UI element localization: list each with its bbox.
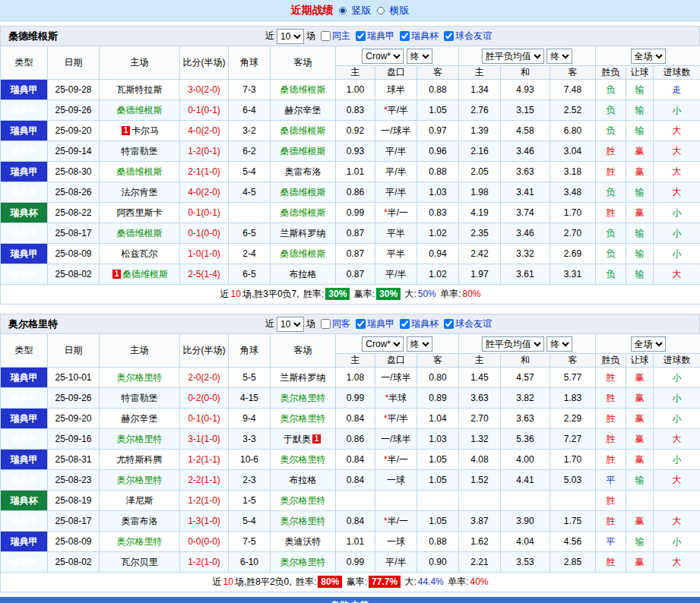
filter-checkbox-same-venue[interactable]: 同主 [318, 30, 350, 43]
vertical-view-radio[interactable] [339, 7, 347, 14]
score[interactable]: 3-0(2-0) [180, 80, 229, 100]
filter-checkbox-friendly[interactable]: 球会友谊 [441, 317, 492, 330]
team-name-link[interactable]: 奥迪沃特 [285, 536, 321, 547]
team-name-link[interactable]: 尤特斯科腾 [117, 454, 163, 465]
filter-checkbox-cup[interactable]: 瑞典杯 [397, 317, 439, 330]
checkbox-input[interactable] [321, 319, 331, 329]
checkbox-input[interactable] [356, 31, 366, 41]
score[interactable]: 2-0(2-0) [180, 368, 229, 388]
team-name-link[interactable]: 于默奥 [283, 434, 311, 444]
scope-select[interactable]: 全场 [631, 336, 666, 352]
europe-odds-select[interactable]: 胜平负均值 [482, 336, 544, 352]
recent-count-select[interactable]: 10 [277, 317, 304, 332]
horizontal-view-label[interactable]: 横版 [390, 4, 410, 17]
team-name-link[interactable]: 瓦斯特拉斯 [117, 84, 163, 95]
sub-goals-result: 进球数 [654, 354, 700, 368]
team-name-link[interactable]: 桑德维根斯 [117, 166, 163, 177]
filter-checkbox-friendly[interactable]: 球会友谊 [441, 30, 492, 43]
team-name-link[interactable]: 卡尔马 [131, 125, 159, 136]
asia-away-odds: 1.05 [417, 450, 459, 470]
team-name-link[interactable]: 兰斯科罗纳 [280, 372, 326, 383]
bookmaker-select[interactable]: Crow* [362, 49, 404, 64]
team-name-link[interactable]: 奥尔格里特 [280, 413, 326, 424]
checkbox-input[interactable] [321, 31, 331, 41]
vertical-view-label[interactable]: 竖版 [352, 4, 372, 17]
checkbox-input[interactable] [356, 319, 366, 329]
team-name-link[interactable]: 布拉格 [290, 269, 317, 279]
match-row: 瑞典杯25-08-22阿西里斯卡0-1(0-1)桑德维根斯0.99*半/一0.8… [1, 203, 700, 223]
filter-checkbox-league[interactable]: 瑞典甲 [353, 30, 394, 43]
team-name-link[interactable]: 桑德维根斯 [117, 228, 163, 238]
score[interactable]: 1-0(1-0) [180, 244, 229, 264]
filter-checkbox-league[interactable]: 瑞典甲 [353, 317, 394, 330]
team-name-link[interactable]: 特雷勒堡 [122, 146, 158, 156]
score[interactable]: 4-0(2-0) [180, 121, 229, 141]
team-name-link[interactable]: 奥尔格里特 [280, 495, 326, 506]
checkbox-input[interactable] [400, 31, 410, 41]
score[interactable]: 0-1(0-1) [180, 203, 229, 223]
checkbox-input[interactable] [444, 31, 454, 41]
score[interactable]: 2-5(1-4) [180, 264, 229, 285]
asia-away-odds: 1.02 [417, 264, 459, 285]
score[interactable]: 0-2(0-0) [180, 388, 229, 409]
score[interactable]: 1-2(1-0) [180, 491, 229, 511]
score[interactable]: 1-2(0-1) [180, 141, 229, 162]
score[interactable]: 0-1(0-1) [180, 100, 229, 121]
score[interactable]: 1-2(1-0) [180, 552, 229, 573]
team-name-link[interactable]: 奥尔格里特 [117, 536, 163, 547]
team-name-link[interactable]: 奥尔格里特 [280, 557, 326, 567]
team-name-link[interactable]: 桑德维根斯 [280, 84, 326, 95]
score[interactable]: 2-1(1-0) [180, 162, 229, 182]
europe-time-select[interactable]: 终 [546, 49, 572, 64]
team-name-link[interactable]: 桑德维根斯 [117, 105, 163, 115]
score[interactable]: 1-3(1-0) [180, 511, 229, 532]
scope-select[interactable]: 全场 [631, 49, 666, 64]
team-name-link[interactable]: 桑德维根斯 [280, 146, 326, 156]
team-name-link[interactable]: 阿西里斯卡 [117, 207, 163, 218]
team-name-link[interactable]: 松兹瓦尔 [122, 248, 158, 259]
team-name-link[interactable]: 泽尼斯 [126, 495, 154, 506]
asia-time-select[interactable]: 终 [407, 49, 432, 64]
score[interactable]: 4-0(2-0) [180, 182, 229, 203]
team-name-link[interactable]: 奥尔格里特 [280, 393, 326, 403]
team-name-link[interactable]: 奥尔格里特 [280, 454, 326, 465]
europe-time-select[interactable]: 终 [546, 336, 572, 352]
team-name-link[interactable]: 奥尔格里特 [117, 475, 163, 485]
away-team: 奥尔格里特 [271, 388, 336, 409]
team-name-link[interactable]: 桑德维根斯 [122, 269, 168, 279]
bookmaker-select[interactable]: Crow* [362, 336, 404, 352]
recent-count-select[interactable]: 10 [277, 29, 304, 44]
checkbox-input[interactable] [444, 319, 454, 329]
filter-checkbox-cup[interactable]: 瑞典杯 [397, 30, 439, 43]
europe-odds-select[interactable]: 胜平负均值 [482, 49, 544, 64]
team-name-link[interactable]: 法尔肯堡 [122, 187, 158, 197]
score[interactable]: 0-1(0-1) [180, 409, 229, 429]
team-name-link[interactable]: 桑德维根斯 [280, 248, 326, 259]
result-cell: 负 [596, 80, 626, 100]
team-name-link[interactable]: 奥雷布洛 [122, 516, 158, 526]
team-name-link[interactable]: 奥尔格里特 [117, 434, 163, 444]
team-name-link[interactable]: 奥尔格里特 [280, 516, 326, 526]
horizontal-view-radio[interactable] [377, 7, 385, 14]
team-name-link[interactable]: 奥雷布洛 [285, 166, 321, 177]
team-name-link[interactable]: 桑德维根斯 [280, 187, 326, 197]
match-row: 瑞典杯25-08-19泽尼斯1-2(1-0)1-5奥尔格里特胜 [1, 491, 700, 511]
team-name-link[interactable]: 桑德维根斯 [280, 125, 326, 136]
team-name-link[interactable]: 奥尔格里特 [117, 372, 163, 383]
score[interactable]: 0-0(0-0) [180, 532, 229, 552]
checkbox-input[interactable] [400, 319, 410, 329]
filter-checkbox-same-venue[interactable]: 同客 [318, 317, 350, 330]
team-name-link[interactable]: 桑德维根斯 [280, 207, 326, 218]
goals-result-cell: 小 [654, 203, 700, 223]
team-name-link[interactable]: 兰斯科罗纳 [280, 228, 326, 238]
team-name-link[interactable]: 特雷勒堡 [122, 393, 158, 403]
team-name-link[interactable]: 赫尔辛堡 [122, 413, 158, 424]
team-name-link[interactable]: 瓦尔贝里 [122, 557, 158, 567]
team-name-link[interactable]: 赫尔辛堡 [285, 105, 321, 115]
score[interactable]: 1-2(1-1) [180, 450, 229, 470]
score[interactable]: 2-2(1-1) [180, 470, 229, 491]
score[interactable]: 0-1(0-0) [180, 223, 229, 244]
score[interactable]: 3-1(1-0) [180, 429, 229, 450]
asia-time-select[interactable]: 终 [407, 336, 432, 352]
team-name-link[interactable]: 布拉格 [290, 475, 317, 485]
